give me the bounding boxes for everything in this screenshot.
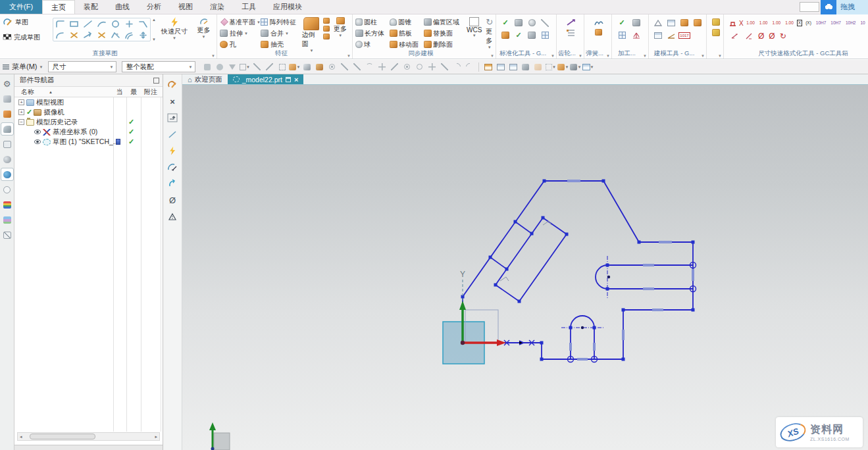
midpoint-snap-icon[interactable] [376, 62, 388, 72]
sketch-rung-1[interactable] [515, 222, 532, 234]
cylinder-button[interactable]: 圆柱 [355, 16, 390, 28]
origin-snap-icon[interactable] [326, 62, 338, 72]
show-hide-icon[interactable]: Ø [166, 194, 178, 206]
shaded-view-icon[interactable] [314, 62, 325, 72]
type-filter-combo[interactable]: 尺寸▼ [48, 61, 116, 72]
visual-reports-icon[interactable] [1, 214, 13, 226]
maximize-panel-icon[interactable] [153, 78, 159, 84]
quadrant-snap-icon[interactable] [414, 62, 425, 72]
edge-blend-button[interactable]: 边倒圆 ▼ [299, 16, 323, 53]
machining-check-icon[interactable]: ✓ [619, 18, 625, 27]
std-tool-icon[interactable]: ✓ [515, 31, 521, 39]
std-tool-icon[interactable] [515, 19, 523, 26]
select-icon[interactable] [201, 62, 213, 72]
grid-up-arrow-icon[interactable]: ▲ [152, 18, 156, 22]
gear-list-icon[interactable] [566, 29, 576, 37]
layer-icon[interactable] [520, 62, 531, 72]
dim-chip[interactable]: 1.00 [784, 20, 795, 26]
dim-chip[interactable]: 10H7 [829, 20, 842, 26]
hole-button[interactable]: 孔 [220, 39, 261, 50]
point-tool-icon[interactable] [122, 18, 136, 30]
dim-chip[interactable]: 10H2 [844, 20, 857, 26]
overlay-tag[interactable]: 拖拽 [836, 0, 868, 14]
corner-tool-icon[interactable] [136, 18, 150, 30]
chamfer-tool-icon[interactable] [109, 30, 122, 41]
ribbon-tab-analysis[interactable]: 分析 [138, 0, 170, 14]
navigator-column-header[interactable]: 名称 ▲ 当 最 附注 [14, 87, 163, 97]
machining-tool-icon[interactable] [632, 19, 640, 26]
hand-icon[interactable] [214, 62, 225, 72]
group-dropdown-icon[interactable]: ▼ [606, 54, 610, 58]
cone-button[interactable]: 圆锥 [390, 16, 424, 28]
window-tile-icon[interactable] [495, 62, 506, 72]
tree-row-model-history[interactable]: − 模型历史记录 ✓ [14, 117, 163, 127]
line-tool-icon[interactable] [166, 128, 178, 140]
delete-face-button[interactable]: 删除面 [424, 39, 465, 50]
datum-plane-button[interactable]: 基准平面▼ [220, 16, 261, 28]
fillet-tool-icon[interactable] [53, 30, 67, 41]
system-tools-icon[interactable] [1, 229, 13, 241]
tree-row-sketch[interactable]: 草图 (1) "SKETCH_... ✓ [14, 137, 163, 147]
modeling-tool-icon[interactable] [680, 19, 688, 26]
selection-filter-icon[interactable] [226, 62, 238, 72]
sync-more-button[interactable]: ↻ 更多 ▼ [484, 16, 495, 50]
line-tool-icon[interactable] [81, 18, 95, 30]
process-studio-icon[interactable] [1, 199, 13, 211]
detach-window-icon[interactable] [286, 77, 291, 82]
gear-tool-icon[interactable] [566, 18, 576, 26]
curve-snap-icon[interactable] [451, 62, 463, 72]
feature-more-button[interactable]: 更多 ▼ [330, 16, 351, 38]
sheet-tool-icon[interactable] [667, 20, 675, 26]
triangle-tool-icon[interactable] [653, 19, 663, 27]
chamfer-feature-icon[interactable] [323, 18, 330, 24]
reattach-icon[interactable] [166, 112, 178, 124]
line2-snap-icon[interactable] [351, 62, 363, 72]
rib-button[interactable]: 筋板 [390, 28, 424, 39]
y-axis-label[interactable]: Y [460, 270, 465, 279]
view-layout-icon[interactable]: ▼ [545, 62, 556, 72]
tree-row-datum-csys[interactable]: 基准坐标系 (0) ✓ [14, 127, 163, 137]
dim-chip[interactable]: (X) [804, 20, 813, 26]
intersect-snap-icon[interactable] [389, 62, 400, 72]
expand-icon[interactable]: + [18, 99, 24, 105]
dim-chip[interactable]: 1.00 [758, 20, 769, 26]
assembly-navigator-icon[interactable] [1, 93, 13, 105]
arch-center-point[interactable] [581, 326, 584, 329]
panel-divider[interactable] [14, 445, 163, 450]
draft-feature-icon[interactable] [323, 26, 330, 32]
tangent-snap-icon[interactable] [439, 62, 450, 72]
slot-center-point[interactable] [607, 276, 610, 278]
note-tool-icon[interactable] [654, 32, 662, 39]
convert-references-icon[interactable] [166, 178, 178, 189]
reuse-library-icon[interactable] [1, 138, 13, 150]
diameter-ref-icon[interactable]: Ø [769, 32, 775, 41]
ribbon-tab-application[interactable]: 应用模块 [265, 0, 311, 14]
pattern-curve-tool-icon[interactable] [136, 30, 150, 41]
line-snap-icon[interactable] [339, 62, 350, 72]
window-cascade-icon[interactable] [482, 62, 494, 72]
window-single-icon[interactable] [507, 62, 519, 72]
history-icon[interactable] [1, 184, 13, 195]
sketch-slot-arc[interactable] [596, 265, 607, 289]
scope-combo[interactable]: 整个装配▼ [122, 61, 195, 72]
shell-button[interactable]: 抽壳 [261, 39, 299, 50]
file-menu-button[interactable]: 文件(F) [0, 0, 42, 14]
ribbon-tab-curve[interactable]: 曲线 [107, 0, 138, 14]
ribbon-tab-render[interactable]: 渲染 [201, 0, 233, 14]
pattern-feature-button[interactable]: 阵列特征 [261, 16, 299, 28]
ribbon-tab-tools[interactable]: 工具 [233, 0, 265, 14]
dim-chip[interactable]: 1.00 [771, 20, 782, 26]
wcs-button[interactable]: WCS ▼ [465, 16, 484, 38]
cloud-button[interactable] [821, 0, 836, 14]
scroll-left-icon[interactable]: ◂ [18, 434, 24, 439]
sketch-rung-2[interactable] [490, 257, 507, 269]
cone-display-icon[interactable] [166, 211, 178, 222]
block-button[interactable]: 长方体 [355, 28, 390, 39]
close-tab-icon[interactable]: × [294, 76, 298, 84]
std-tool-icon[interactable] [528, 19, 536, 26]
std-tool-icon[interactable] [542, 32, 549, 39]
rectangle-tool-icon[interactable] [67, 18, 81, 30]
sketch-more-button[interactable]: 更多 ▼ [192, 16, 215, 39]
orient-view-icon[interactable] [301, 62, 313, 72]
ribbon-tab-view[interactable]: 视图 [170, 0, 201, 14]
